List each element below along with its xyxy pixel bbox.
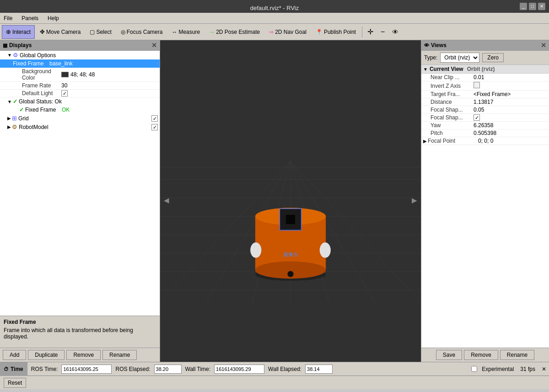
- select-button[interactable]: ▢ Select: [86, 25, 115, 39]
- menu-help[interactable]: Help: [46, 15, 61, 22]
- views-type-row: Type: Orbit (rviz) Zero: [421, 51, 549, 65]
- time-close-button[interactable]: ✕: [539, 366, 549, 372]
- default-light-value: ✓: [61, 90, 158, 97]
- move-camera-button[interactable]: ✥ Move Camera: [36, 25, 85, 39]
- toolbar-separator: [362, 27, 362, 38]
- svg-text:摄像头: 摄像头: [283, 252, 298, 257]
- focus-camera-icon: ◎: [121, 29, 125, 35]
- reset-button[interactable]: Reset: [4, 378, 26, 388]
- ros-elapsed-label: ROS Elapsed:: [115, 366, 150, 372]
- views-remove-button[interactable]: Remove: [464, 350, 498, 360]
- invert-z-label: Invert Z Axis: [423, 83, 474, 89]
- grid-checkbox[interactable]: ✓: [151, 115, 158, 122]
- focal-shape2-value: ✓: [474, 114, 547, 121]
- default-light-checkbox[interactable]: ✓: [61, 90, 68, 97]
- remove-display-button[interactable]: −: [377, 25, 388, 39]
- near-clip-value: 0.01: [474, 74, 547, 81]
- experimental-label: Experimental: [482, 366, 514, 372]
- camera-button[interactable]: 👁: [389, 25, 402, 39]
- background-color-label: Background Color: [2, 68, 61, 81]
- displays-close-button[interactable]: ✕: [151, 42, 157, 49]
- near-clip-row[interactable]: Near Clip ... 0.01: [421, 74, 549, 81]
- displays-header: ▦ Displays ✕: [0, 40, 160, 51]
- focal-point-row[interactable]: ▶ Focal Point 0; 0; 0: [421, 137, 549, 145]
- invert-z-row[interactable]: Invert Z Axis: [421, 81, 549, 91]
- views-type-select[interactable]: Orbit (rviz): [440, 53, 479, 63]
- remove-button[interactable]: Remove: [66, 350, 101, 360]
- focus-camera-button[interactable]: ◎ Focus Camera: [117, 25, 167, 39]
- background-color-swatch[interactable]: [61, 72, 69, 77]
- yaw-value: 6.26358: [474, 122, 547, 129]
- pose-estimate-button[interactable]: → 2D Pose Estimate: [205, 25, 264, 39]
- select-icon: ▢: [90, 29, 95, 35]
- interact-button[interactable]: ⊕ Interact: [2, 25, 35, 39]
- experimental-checkbox[interactable]: [471, 366, 477, 372]
- publish-point-button[interactable]: 📍 Publish Point: [312, 25, 360, 39]
- pose-estimate-label: 2D Pose Estimate: [216, 29, 260, 35]
- global-options-item[interactable]: ▼ ⚙ Global Options: [0, 51, 160, 59]
- current-view-header: ▼ Current View Orbit (rviz): [421, 65, 549, 74]
- add-button[interactable]: Add: [3, 350, 26, 360]
- focal-shape1-row[interactable]: Focal Shap... 0.05: [421, 106, 549, 114]
- global-status-item[interactable]: ▼ ✓ Global Status: Ok: [0, 97, 160, 106]
- close-button[interactable]: ✕: [538, 3, 545, 10]
- fixed-frame-status-label: Fixed Frame: [25, 107, 62, 113]
- fixed-frame-item[interactable]: Fixed Frame base_link: [0, 59, 160, 68]
- robot-model-checkbox[interactable]: ✓: [151, 124, 158, 130]
- rename-button[interactable]: Rename: [102, 350, 137, 360]
- background-color-row[interactable]: Background Color 48; 48; 48: [0, 68, 160, 82]
- default-light-row[interactable]: Default Light ✓: [0, 90, 160, 97]
- views-rename-button[interactable]: Rename: [500, 350, 534, 360]
- displays-panel: ▦ Displays ✕ ▼ ⚙ Global Options Fixed Fr…: [0, 40, 160, 362]
- fixed-frame-status-icon: ✓: [19, 107, 24, 113]
- menu-panels[interactable]: Panels: [20, 15, 40, 22]
- ros-time-input[interactable]: [61, 365, 112, 374]
- frame-rate-text: 30: [61, 82, 67, 89]
- wall-time-input[interactable]: [214, 365, 264, 374]
- duplicate-button[interactable]: Duplicate: [28, 350, 65, 360]
- invert-z-checkbox[interactable]: [474, 82, 480, 88]
- pitch-row[interactable]: Pitch 0.505398: [421, 129, 549, 137]
- svg-text:▶: ▶: [412, 197, 417, 204]
- focal-shape2-row[interactable]: Focal Shap... ✓: [421, 114, 549, 122]
- menu-file[interactable]: File: [2, 15, 14, 22]
- add-display-button[interactable]: ✛: [364, 25, 377, 39]
- target-frame-row[interactable]: Target Fra... <Fixed Frame>: [421, 91, 549, 98]
- robot-model-item[interactable]: ▶ ⚙ RobotModel ✓: [0, 123, 160, 131]
- 3d-viewport[interactable]: 摄像头 ◀ ▶: [160, 40, 421, 362]
- measure-button[interactable]: ↔ Measure: [167, 25, 204, 39]
- views-content: ▼ Current View Orbit (rviz) Near Clip ..…: [421, 65, 549, 348]
- measure-label: Measure: [178, 29, 200, 35]
- description-area: Fixed Frame Frame into which all data is…: [0, 316, 160, 348]
- views-close-button[interactable]: ✕: [541, 42, 546, 49]
- svg-point-22: [250, 242, 261, 258]
- publish-point-icon: 📍: [316, 29, 323, 35]
- focal-point-label: Focal Point: [428, 138, 478, 144]
- wall-time-label: Wall Time:: [185, 366, 211, 372]
- focal-shape1-label: Focal Shap...: [423, 107, 474, 113]
- maximize-button[interactable]: □: [529, 3, 536, 10]
- distance-row[interactable]: Distance 1.13817: [421, 98, 549, 106]
- frame-rate-label: Frame Rate: [2, 82, 61, 89]
- fixed-frame-status-item[interactable]: ✓ Fixed Frame OK: [0, 106, 160, 114]
- focal-shape2-checkbox[interactable]: ✓: [474, 114, 480, 121]
- displays-panel-icon: ▦: [3, 43, 7, 48]
- main-area: ▦ Displays ✕ ▼ ⚙ Global Options Fixed Fr…: [0, 40, 549, 362]
- time-right: Experimental 31 fps: [468, 366, 539, 372]
- toolbar: ⊕ Interact ✥ Move Camera ▢ Select ◎ Focu…: [0, 24, 549, 40]
- svg-point-23: [320, 242, 331, 258]
- ros-elapsed-input[interactable]: [154, 365, 182, 374]
- bottom-row: Reset: [0, 376, 549, 389]
- focal-point-arrow: ▶: [423, 139, 427, 144]
- zero-button[interactable]: Zero: [482, 53, 504, 62]
- frame-rate-row[interactable]: Frame Rate 30: [0, 82, 160, 90]
- grid-item[interactable]: ▶ ⊞ Grid ✓: [0, 114, 160, 123]
- default-light-label: Default Light: [2, 90, 61, 97]
- yaw-row[interactable]: Yaw 6.26358: [421, 122, 549, 129]
- minimize-button[interactable]: _: [520, 3, 527, 10]
- views-save-button[interactable]: Save: [436, 350, 462, 360]
- nav-goal-button[interactable]: ⇒ 2D Nav Goal: [265, 25, 311, 39]
- time-panel-header: ⏱ Time: [0, 362, 27, 376]
- wall-elapsed-input[interactable]: [305, 365, 333, 374]
- focal-point-expand[interactable]: ▶ Focal Point: [423, 138, 478, 144]
